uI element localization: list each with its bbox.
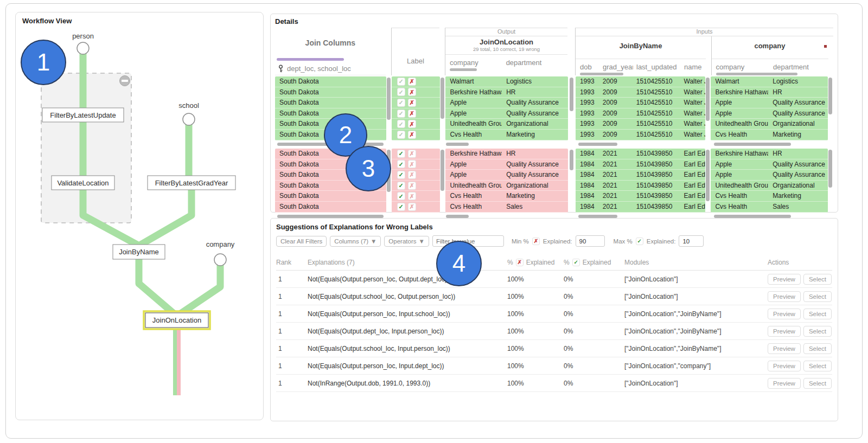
mark-correct-button[interactable]: ✓ [397, 88, 405, 96]
mark-correct-button[interactable]: ✓ [397, 78, 405, 86]
preview-button[interactable]: Preview [768, 361, 801, 371]
source-node-school[interactable] [183, 113, 195, 125]
v-scrollbar[interactable] [441, 150, 444, 191]
select-button[interactable]: Select [803, 274, 832, 285]
suggestions-table: Rank Explanations (7) %✗Explained %✓Expl… [276, 254, 832, 392]
preview-button[interactable]: Preview [768, 378, 801, 389]
v-scrollbar[interactable] [570, 78, 573, 111]
h-scrollbar[interactable] [714, 215, 791, 218]
mark-correct-button[interactable]: ✓ [397, 171, 405, 179]
select-button[interactable]: Select [803, 378, 832, 389]
preview-button[interactable]: Preview [768, 274, 801, 285]
collapse-group-icon[interactable] [120, 76, 130, 86]
mark-correct-button[interactable]: ✓ [397, 192, 405, 200]
mark-wrong-button[interactable]: ✗ [408, 192, 416, 200]
col-header-in-department: department [769, 63, 828, 71]
h-scrollbar[interactable] [578, 143, 617, 146]
mark-wrong-button[interactable]: ✗ [408, 150, 416, 158]
clear-all-filters-button[interactable]: Clear All Filters [276, 236, 327, 247]
svg-text:FilterByLatestGradYear: FilterByLatestGradYear [155, 179, 228, 187]
mark-correct-button[interactable]: ✓ [397, 120, 405, 128]
v-scrollbar[interactable] [570, 150, 573, 170]
edge-joinbyname-joinonlocation[interactable] [139, 258, 177, 316]
col-header-correct-explained: %✓Explained [564, 259, 624, 266]
col-header-out-company: company [445, 59, 502, 67]
chevron-down-icon: ▼ [371, 238, 376, 245]
correct-icon: ✓ [572, 259, 580, 266]
operators-dropdown[interactable]: Operators▼ [384, 236, 429, 247]
mark-wrong-button[interactable]: ✗ [408, 203, 416, 211]
table-row: South Dakota [275, 108, 386, 119]
v-scrollbar[interactable] [828, 150, 832, 188]
output-edge-correct[interactable] [173, 328, 177, 395]
mark-wrong-button[interactable]: ✗ [408, 78, 416, 86]
preview-button[interactable]: Preview [768, 291, 801, 302]
v-scrollbar[interactable] [706, 150, 710, 201]
mark-correct-button[interactable]: ✓ [397, 99, 405, 107]
edge-company-joinonlocation[interactable] [177, 264, 220, 316]
columns-dropdown[interactable]: Columns (7)▼ [330, 236, 381, 247]
h-scrollbar[interactable] [716, 73, 797, 75]
node-join-by-name[interactable]: JoinByName [113, 245, 165, 259]
suggestion-row: 1 Not(Equals(Output.dept_loc, Input.pers… [276, 323, 832, 340]
node-join-on-location-selected[interactable]: JoinOnLocation [144, 311, 210, 329]
join-columns-scrollbar[interactable] [277, 58, 344, 61]
h-scrollbar[interactable] [714, 143, 791, 146]
mark-wrong-button[interactable]: ✗ [408, 120, 416, 128]
output-edge-wrong[interactable] [177, 328, 181, 395]
preview-button[interactable]: Preview [768, 326, 801, 337]
svg-text:ValidateLocation: ValidateLocation [57, 179, 108, 187]
node-validate-location[interactable]: ValidateLocation [52, 176, 114, 190]
h-scrollbar[interactable] [277, 215, 384, 218]
mark-wrong-button[interactable]: ✗ [408, 99, 416, 107]
preview-button[interactable]: Preview [768, 309, 801, 319]
select-button[interactable]: Select [803, 343, 832, 354]
v-scrollbar[interactable] [828, 78, 832, 114]
preview-button[interactable]: Preview [768, 343, 801, 354]
h-scrollbar[interactable] [446, 143, 469, 146]
suggestion-row: 1 Not(Equals(Output.person_loc, Input.de… [276, 357, 832, 375]
mark-wrong-button[interactable]: ✗ [408, 88, 416, 96]
max-explained-input[interactable] [679, 235, 704, 247]
mark-correct-button[interactable]: ✓ [397, 150, 405, 158]
mark-wrong-button[interactable]: ✗ [408, 110, 416, 118]
output-module-name: JoinOnLocation [445, 36, 567, 46]
min-explained-input[interactable] [576, 235, 605, 247]
v-scrollbar[interactable] [441, 78, 444, 119]
h-scrollbar[interactable] [450, 68, 477, 71]
source-node-person[interactable] [77, 42, 89, 54]
suggestions-panel: Suggestions of Explanations for Wrong La… [270, 218, 838, 421]
source-node-company[interactable] [214, 254, 226, 266]
mark-correct-button[interactable]: ✓ [397, 160, 405, 168]
mark-correct-button[interactable]: ✓ [397, 110, 405, 118]
correct-icon: ✓ [636, 237, 643, 245]
mark-wrong-button[interactable]: ✗ [408, 182, 416, 190]
edge-filtergrad-joinbyname[interactable] [139, 188, 192, 246]
input-module-joinbyname: JoinByName [576, 36, 706, 50]
details-title: Details [275, 17, 833, 25]
mark-wrong-button[interactable]: ✗ [408, 171, 416, 179]
select-button[interactable]: Select [803, 309, 832, 319]
h-scrollbar[interactable] [578, 215, 617, 218]
h-scrollbar[interactable] [446, 215, 469, 218]
select-button[interactable]: Select [803, 291, 832, 302]
mark-correct-button[interactable]: ✓ [397, 131, 405, 139]
select-button[interactable]: Select [803, 361, 832, 371]
suggestion-row: 1 Not(Equals(Output.person_loc, Output.d… [276, 271, 832, 288]
key-columns-text: dept_loc, school_loc [287, 65, 351, 73]
workflow-title: Workflow View [22, 17, 72, 25]
v-scrollbar[interactable] [387, 78, 391, 120]
select-button[interactable]: Select [803, 326, 832, 337]
node-filter-by-latest-update[interactable]: FilterByLatestUpdate [42, 108, 124, 122]
h-scrollbar[interactable] [580, 73, 623, 75]
col-header-modules: Modules [624, 259, 768, 266]
details-table-header: Join Columns dept_loc, school_loc Label … [275, 28, 833, 75]
v-scrollbar[interactable] [706, 78, 710, 121]
mark-correct-button[interactable]: ✓ [397, 182, 405, 190]
mark-correct-button[interactable]: ✓ [397, 203, 405, 211]
chevron-down-icon: ▼ [419, 238, 425, 245]
mark-wrong-button[interactable]: ✗ [408, 160, 416, 168]
node-filter-by-latest-grad-year[interactable]: FilterByLatestGradYear [148, 176, 235, 190]
table-row: South Dakota [275, 202, 386, 213]
mark-wrong-button[interactable]: ✗ [408, 131, 416, 139]
